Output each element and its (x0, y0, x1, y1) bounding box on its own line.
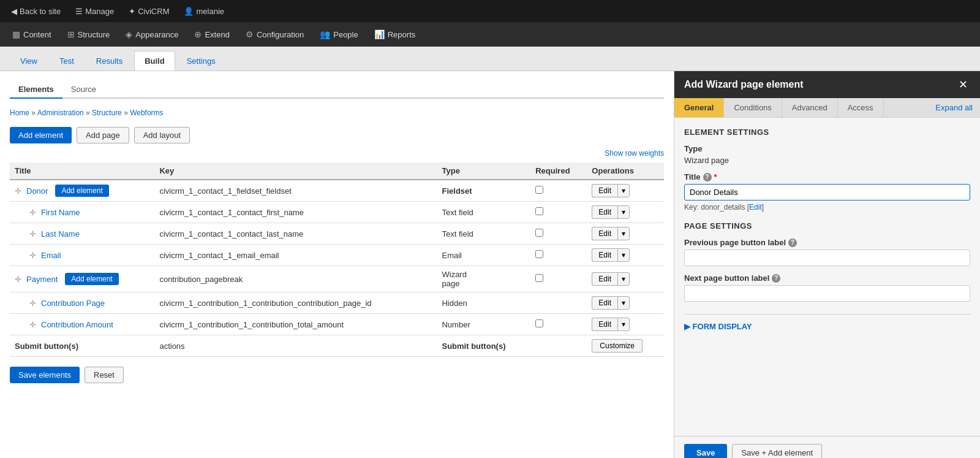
edit-button[interactable]: Edit (592, 205, 617, 219)
drag-handle[interactable]: ✛ (29, 299, 36, 308)
inline-add-element-button[interactable]: Add element (55, 185, 108, 197)
admin-structure-btn[interactable]: ⊞ Structure (60, 22, 118, 47)
element-link[interactable]: First Name (41, 208, 80, 217)
element-link[interactable]: Contribution Amount (41, 320, 113, 329)
title-input[interactable] (684, 184, 970, 200)
top-nav: ◀ Back to site ☰ Manage ✦ CiviCRM 👤 mela… (0, 0, 980, 22)
operations-header: Operations (587, 162, 664, 180)
type-header: Type (437, 162, 530, 180)
panel-tab-general[interactable]: General (674, 98, 724, 117)
save-elements-button[interactable]: Save elements (10, 367, 80, 383)
edit-button[interactable]: Edit (592, 272, 617, 286)
admin-configuration-btn[interactable]: ⚙ Configuration (238, 22, 311, 47)
element-link[interactable]: Donor (26, 186, 48, 196)
tab-view[interactable]: View (10, 51, 48, 71)
user-btn[interactable]: 👤 melanie (178, 0, 230, 22)
admin-content-btn[interactable]: ▦ Content (5, 22, 59, 47)
sub-tab-elements[interactable]: Elements (10, 81, 62, 99)
key-cell: civicrm_1_contact_1_fieldset_fieldset (154, 180, 437, 202)
edit-dropdown-button[interactable]: ▾ (617, 184, 630, 197)
edit-dropdown-button[interactable]: ▾ (617, 205, 630, 219)
admin-bar: ▦ Content ⊞ Structure ◈ Appearance ⊕ Ext… (0, 22, 980, 47)
required-checkbox[interactable] (535, 274, 543, 282)
table-row: ✛ Contribution Page civicrm_1_contributi… (10, 292, 664, 314)
admin-extend-btn[interactable]: ⊕ Extend (187, 22, 236, 47)
edit-dropdown-button[interactable]: ▾ (617, 272, 630, 286)
edit-button[interactable]: Edit (592, 227, 617, 240)
admin-people-btn[interactable]: 👥 People (312, 22, 365, 47)
admin-appearance-btn[interactable]: ◈ Appearance (118, 22, 186, 47)
save-button[interactable]: Save (684, 444, 727, 458)
key-cell: civicrm_1_contact_1_contact_first_name (154, 202, 437, 223)
tab-settings[interactable]: Settings (176, 51, 226, 71)
type-cell: Fieldset (437, 180, 530, 202)
edit-dropdown-button[interactable]: ▾ (617, 318, 630, 331)
configuration-icon: ⚙ (246, 29, 254, 39)
key-header: Key (154, 162, 437, 180)
right-panel: Add Wizard page element ✕ General Condit… (674, 71, 980, 458)
type-value: Wizard page (684, 156, 970, 165)
table-row: ✛ Contribution Amount civicrm_1_contribu… (10, 314, 664, 335)
key-edit-link[interactable]: Edit (749, 203, 762, 212)
breadcrumb-home[interactable]: Home (10, 109, 29, 117)
panel-tab-conditions[interactable]: Conditions (724, 98, 782, 117)
customize-button[interactable]: Customize (592, 339, 643, 353)
manage-icon: ☰ (75, 7, 83, 16)
next-page-input[interactable] (684, 285, 970, 302)
required-header: Required (530, 162, 587, 180)
save-add-element-button[interactable]: Save + Add element (732, 444, 822, 458)
edit-button[interactable]: Edit (592, 184, 617, 197)
required-checkbox[interactable] (535, 250, 543, 258)
form-display-toggle[interactable]: ▶ FORM DISPLAY (684, 322, 970, 331)
footer-buttons: Save elements Reset (10, 367, 664, 383)
edit-button[interactable]: Edit (592, 248, 617, 262)
back-to-site-btn[interactable]: ◀ Back to site (5, 0, 67, 22)
operations-cell: Edit▾ (587, 223, 664, 245)
edit-dropdown-button[interactable]: ▾ (617, 296, 630, 310)
drag-handle[interactable]: ✛ (15, 186, 21, 196)
edit-button[interactable]: Edit (592, 296, 617, 310)
prev-page-input[interactable] (684, 250, 970, 266)
required-checkbox[interactable] (535, 207, 543, 215)
add-page-button[interactable]: Add page (77, 127, 129, 143)
element-link[interactable]: Contribution Page (41, 299, 105, 308)
manage-btn[interactable]: ☰ Manage (69, 0, 120, 22)
civicrm-btn[interactable]: ✦ CiviCRM (123, 0, 175, 22)
add-element-button[interactable]: Add element (10, 127, 72, 143)
edit-dropdown-button[interactable]: ▾ (617, 227, 630, 240)
show-row-weights-link[interactable]: Show row weights (605, 149, 664, 158)
edit-button[interactable]: Edit (592, 318, 617, 331)
breadcrumb-administration[interactable]: Administration (37, 109, 84, 117)
title-help-icon: ? (703, 173, 712, 181)
required-checkbox[interactable] (535, 229, 543, 237)
tab-test[interactable]: Test (49, 51, 85, 71)
required-checkbox[interactable] (535, 319, 543, 327)
panel-tab-access[interactable]: Access (838, 98, 884, 117)
admin-reports-btn[interactable]: 📊 Reports (367, 22, 423, 47)
breadcrumb-structure[interactable]: Structure (92, 109, 122, 117)
title-required-star: * (714, 172, 717, 181)
drag-handle[interactable]: ✛ (29, 208, 36, 217)
drag-handle[interactable]: ✛ (29, 251, 36, 260)
appearance-icon: ◈ (126, 29, 132, 39)
element-link[interactable]: Email (41, 251, 61, 260)
type-label: Type (684, 144, 970, 153)
inline-add-element-button[interactable]: Add element (65, 273, 118, 285)
breadcrumb-webforms[interactable]: Webforms (130, 109, 163, 117)
element-link[interactable]: Payment (26, 275, 58, 284)
panel-tab-advanced[interactable]: Advanced (782, 98, 838, 117)
reset-button[interactable]: Reset (85, 367, 124, 383)
drag-handle[interactable]: ✛ (29, 229, 36, 239)
element-link[interactable]: Last Name (41, 229, 80, 239)
add-layout-button[interactable]: Add layout (134, 127, 190, 143)
tab-results[interactable]: Results (86, 51, 133, 71)
sub-tab-source[interactable]: Source (62, 81, 105, 99)
panel-tab-expand-all[interactable]: Expand all (928, 98, 980, 117)
edit-dropdown-button[interactable]: ▾ (617, 248, 630, 262)
drag-handle[interactable]: ✛ (29, 320, 36, 329)
tab-build[interactable]: Build (134, 51, 175, 71)
drag-handle[interactable]: ✛ (15, 275, 21, 284)
required-checkbox[interactable] (535, 186, 543, 194)
user-label: melanie (196, 7, 224, 16)
close-panel-button[interactable]: ✕ (956, 78, 970, 91)
